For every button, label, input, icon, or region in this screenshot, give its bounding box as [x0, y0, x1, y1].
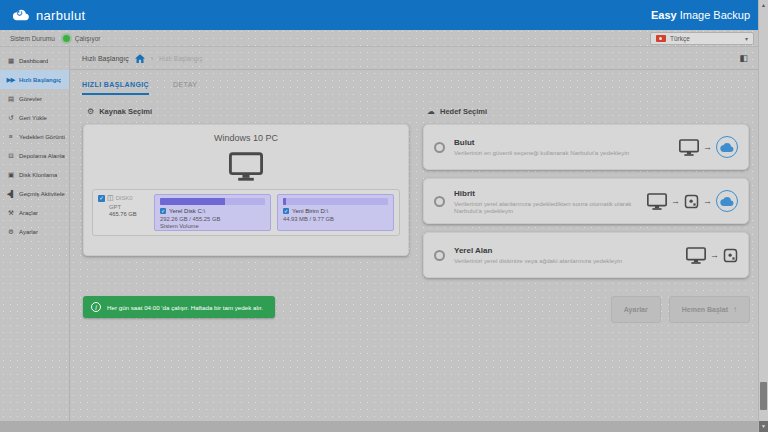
monitor-icon: [679, 139, 699, 156]
home-icon[interactable]: [135, 54, 145, 63]
page-title: Hızlı Başlangıç: [82, 55, 129, 62]
narbulut-logo: ↻ narbulut: [10, 7, 85, 23]
local-disk-icon: [723, 248, 738, 263]
radio-button[interactable]: [434, 142, 445, 153]
sidebar-item-label: Depolama Alanları: [19, 153, 65, 159]
restore-icon: ↺: [6, 114, 15, 122]
panel-toggle-icon[interactable]: ◧: [739, 53, 748, 63]
partition-c[interactable]: ✓ Yerel Disk C:\ 292.26 GB / 455.25 GB S…: [154, 194, 271, 231]
source-section-title: Kaynak Seçimi: [99, 107, 152, 116]
sidebar-item-label: Geri Yükle: [19, 115, 47, 121]
vertical-scrollbar[interactable]: ▲ ▼: [758, 0, 768, 432]
sidebar-item-tools[interactable]: ⚒ Araçlar: [0, 203, 69, 222]
backup-flow-icons: → →: [647, 190, 738, 212]
sidebar-item-label: Disk Klonlama: [19, 172, 57, 178]
disk-panel: ✓ ◫ DISK0 GPT 465.76 GB: [92, 189, 400, 236]
activities-icon: ◀▌: [6, 190, 15, 198]
sidebar-item-view-backups[interactable]: ≡ Yedekleri Görüntüle: [0, 127, 69, 146]
tab-detail[interactable]: DETAY: [173, 81, 197, 95]
partition-usage-bar-fill: [283, 198, 286, 205]
language-selected-value: Türkçe: [670, 35, 690, 42]
option-title: Hibrit: [454, 189, 638, 198]
target-option-cloud[interactable]: Bulut Verilerinizi en güvenli seçeneği k…: [423, 124, 749, 170]
option-text: Hibrit Verilerinizi yerel alanlarınıza y…: [454, 189, 638, 214]
breadcrumb-current: Hızlı Başlangıç: [159, 55, 202, 62]
product-title-rest: Image Backup: [677, 9, 750, 21]
tab-quickstart[interactable]: HIZLI BAŞLANGIÇ: [82, 81, 149, 95]
chevron-down-icon: ▾: [745, 35, 748, 42]
cloud-icon: ☁: [427, 107, 435, 116]
sidebar-item-tasks[interactable]: ▤ Görevler: [0, 89, 69, 108]
partition-name: Yerel Disk C:\: [169, 208, 205, 214]
partition-checkbox[interactable]: ✓: [283, 208, 289, 214]
sidebar-item-label: Görevler: [19, 96, 42, 102]
logo-arrow-icon: ↻: [16, 10, 23, 18]
arrow-right-icon: →: [710, 250, 719, 260]
tools-icon: ⚒: [6, 209, 15, 217]
sidebar-item-restore[interactable]: ↺ Geri Yükle: [0, 108, 69, 127]
action-buttons: Ayarlar Hemen Başlat↑: [611, 296, 750, 323]
top-header-bar: ↻ narbulut Easy Image Backup: [0, 0, 768, 30]
sidebar-item-quickstart[interactable]: ▶▶ Hızlı Başlangıç: [0, 70, 69, 89]
bottom-row: i Her gün saat 04:00 'da çalışır. Haftad…: [70, 286, 758, 323]
partition-note: Sistem Volume: [160, 223, 265, 229]
arrow-right-icon: →: [703, 196, 712, 206]
sidebar-item-dashboard[interactable]: ▦ Dashboard: [0, 51, 69, 70]
disk-partition-table: GPT: [109, 204, 148, 210]
target-section-header: ☁ Hedef Seçimi: [427, 107, 749, 116]
sidebar-item-label: Geçmiş Aktiviteler: [19, 191, 65, 197]
disk-size: 465.76 GB: [109, 211, 148, 217]
sidebar-item-label: Araçlar: [19, 210, 38, 216]
language-dropdown[interactable]: Türkçe ▾: [650, 32, 754, 45]
settings-button[interactable]: Ayarlar: [611, 296, 661, 323]
start-now-button[interactable]: Hemen Başlat↑: [669, 296, 750, 323]
option-description: Verilerinizi yerel alanlarınıza yedekled…: [454, 200, 638, 214]
arrow-right-icon: →: [703, 142, 712, 152]
partition-usage: 292.26 GB / 455.25 GB: [160, 216, 265, 222]
partition-name: Yeni Birim D:\: [292, 208, 328, 214]
sidebar-item-label: Ayarlar: [19, 229, 38, 235]
option-description: Verilerinizi yerel diskinize veya ağdaki…: [454, 257, 622, 264]
sidebar-item-settings[interactable]: ⚙ Ayarlar: [0, 222, 69, 241]
source-computer-card: Windows 10 PC ✓ ◫ DISK0 GPT 465.76: [83, 124, 409, 256]
settings-button-label: Ayarlar: [624, 306, 648, 313]
disk-name: DISK0: [116, 195, 133, 201]
sidebar-item-storage-areas[interactable]: ⊟ Depolama Alanları: [0, 146, 69, 165]
cloud-logo-icon: ↻: [10, 7, 32, 23]
app-window: ↻ narbulut Easy Image Backup Sistem Duru…: [0, 0, 768, 432]
disk-clone-icon: ▣: [6, 171, 15, 179]
content-columns: ⚙ Kaynak Seçimi Windows 10 PC ✓ ◫ DISK0: [70, 95, 758, 286]
disk-info: ✓ ◫ DISK0 GPT 465.76 GB: [98, 194, 148, 231]
computer-name: Windows 10 PC: [84, 133, 408, 143]
sidebar-item-past-activities[interactable]: ◀▌ Geçmiş Aktiviteler: [0, 184, 69, 203]
fast-forward-icon: ▶▶: [6, 76, 15, 84]
partition-checkbox[interactable]: ✓: [160, 208, 166, 214]
cloud-target-icon: [716, 190, 738, 212]
option-text: Bulut Verilerinizi en güvenli seçeneği k…: [454, 138, 629, 156]
partition-d[interactable]: ✓ Yeni Birim D:\ 44.93 MB / 9.77 GB: [277, 194, 394, 231]
target-option-local[interactable]: Yerel Alan Verilerinizi yerel diskinize …: [423, 232, 749, 278]
arrow-up-icon: ↑: [733, 305, 737, 314]
sidebar-item-disk-cloning[interactable]: ▣ Disk Klonlama: [0, 165, 69, 184]
arrow-right-icon: →: [671, 196, 680, 206]
radio-button[interactable]: [434, 196, 445, 207]
gear-icon: ⚙: [6, 228, 15, 236]
local-disk-icon: [684, 194, 699, 209]
monitor-icon: [686, 247, 706, 264]
status-green-dot-icon: [63, 35, 70, 42]
info-icon: i: [91, 302, 101, 312]
sidebar-item-label: Hızlı Başlangıç: [19, 77, 61, 83]
source-selection-column: ⚙ Kaynak Seçimi Windows 10 PC ✓ ◫ DISK0: [83, 105, 409, 286]
system-status-label: Sistem Durumu: [10, 35, 55, 42]
product-title-bold: Easy: [651, 9, 677, 21]
target-option-hybrid[interactable]: Hibrit Verilerinizi yerel alanlarınıza y…: [423, 178, 749, 224]
gear-icon: ⚙: [87, 107, 94, 116]
option-text: Yerel Alan Verilerinizi yerel diskinize …: [454, 246, 622, 264]
scrollbar-down-arrow[interactable]: ▼: [759, 421, 768, 432]
radio-button[interactable]: [434, 250, 445, 261]
option-title: Yerel Alan: [454, 246, 622, 255]
scrollbar-thumb[interactable]: [760, 382, 767, 410]
scrollbar-up-arrow[interactable]: ▲: [759, 0, 768, 10]
breadcrumb: Hızlı Başlangıç › Hızlı Başlangıç ◧: [70, 47, 758, 70]
disk-checkbox[interactable]: ✓: [98, 195, 105, 202]
